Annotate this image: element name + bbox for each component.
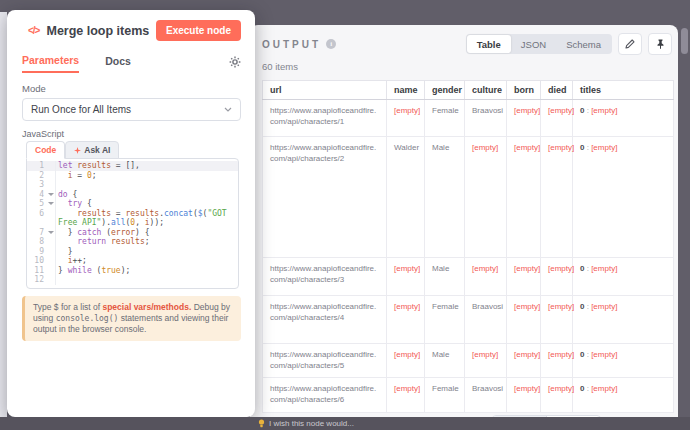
code-line: 10 i++; bbox=[27, 256, 238, 266]
cell-born: [empty] bbox=[507, 100, 541, 137]
view-tab-json[interactable]: JSON bbox=[511, 35, 556, 53]
view-tab-table[interactable]: Table bbox=[467, 35, 511, 53]
cell-value: [empty] bbox=[514, 106, 540, 115]
cell-value: [empty] bbox=[514, 384, 540, 393]
code-line: 7 } catch (error) { bbox=[27, 228, 238, 238]
mode-select-value: Run Once for All Items bbox=[31, 104, 131, 115]
code-token: error bbox=[111, 228, 135, 237]
cell-gender: Female bbox=[425, 296, 465, 344]
column-header-culture: culture bbox=[465, 81, 507, 100]
output-header: OUTPUT i TableJSONSchema bbox=[262, 33, 672, 55]
feedback-text: I wish this node would... bbox=[269, 419, 354, 428]
code-text: return results; bbox=[55, 237, 238, 247]
cell-value: [empty] bbox=[514, 350, 540, 359]
chevron-down-icon bbox=[224, 107, 232, 112]
tab-docs[interactable]: Docs bbox=[105, 55, 131, 72]
cell-died: [empty] bbox=[541, 137, 573, 258]
view-tab-schema[interactable]: Schema bbox=[556, 35, 611, 53]
code-line: 12 bbox=[27, 275, 238, 285]
table-header-row: urlnamegendercultureborndiedtitles bbox=[263, 81, 674, 100]
tab-code[interactable]: Code bbox=[26, 141, 65, 159]
cell-value: [empty] bbox=[472, 143, 498, 152]
line-number: 10 bbox=[27, 256, 47, 266]
cell-value: https://www.anapioficeandfire.com/api/ch… bbox=[270, 143, 376, 163]
cell-name: [empty] bbox=[387, 100, 425, 137]
code-line: 1let results = [], bbox=[27, 161, 238, 171]
cell-died: [empty] bbox=[541, 344, 573, 378]
edit-output-button[interactable] bbox=[618, 33, 642, 55]
fold-chevron-icon[interactable] bbox=[47, 228, 55, 238]
cell-url: https://www.anapioficeandfire.com/api/ch… bbox=[263, 100, 387, 137]
cell-value: [empty] bbox=[548, 302, 574, 311]
code-token: do bbox=[58, 190, 68, 199]
code-text bbox=[55, 180, 238, 190]
sparkle-icon bbox=[74, 147, 81, 154]
cell-value: https://www.anapioficeandfire.com/api/ch… bbox=[270, 350, 376, 370]
fold-gutter bbox=[47, 171, 55, 181]
node-title: Merge loop items bbox=[46, 24, 156, 38]
mode-select[interactable]: Run Once for All Items bbox=[22, 98, 241, 121]
cell-value: Braavosi bbox=[472, 302, 503, 311]
code-token: { bbox=[68, 190, 78, 199]
table-row: https://www.anapioficeandfire.com/api/ch… bbox=[263, 378, 674, 413]
code-token bbox=[58, 171, 68, 180]
special-vars-link[interactable]: special vars/methods. bbox=[102, 302, 191, 312]
cell-name: [empty] bbox=[387, 378, 425, 413]
code-token: ( bbox=[92, 266, 102, 275]
info-icon[interactable]: i bbox=[326, 39, 336, 49]
mode-label: Mode bbox=[22, 83, 241, 94]
table-row: https://www.anapioficeandfire.com/api/ch… bbox=[263, 344, 674, 378]
fold-chevron-icon[interactable] bbox=[47, 199, 55, 209]
code-token: ); bbox=[121, 266, 131, 275]
cell-value: Female bbox=[432, 302, 459, 311]
code-node-icon: </> bbox=[28, 25, 39, 36]
view-mode-switcher: TableJSONSchema bbox=[466, 34, 612, 54]
pin-icon bbox=[656, 39, 665, 49]
cell-value: https://www.anapioficeandfire.com/api/ch… bbox=[270, 264, 376, 284]
tab-parameters[interactable]: Parameters bbox=[22, 54, 79, 73]
fold-gutter bbox=[47, 247, 55, 257]
cell-value: Male bbox=[432, 350, 449, 359]
cell-titles: 0 : [empty] bbox=[573, 344, 674, 378]
cell-value: Female bbox=[432, 106, 459, 115]
code-token: let bbox=[58, 161, 77, 170]
code-text: i++; bbox=[55, 256, 238, 266]
panel-scrollbar[interactable] bbox=[681, 28, 688, 54]
code-text: } while (true); bbox=[55, 266, 238, 276]
cell-born: [empty] bbox=[507, 378, 541, 413]
fold-chevron-icon[interactable] bbox=[47, 190, 55, 200]
code-token: )); bbox=[150, 218, 164, 227]
cell-gender: Male bbox=[425, 258, 465, 296]
gear-icon[interactable] bbox=[229, 56, 241, 68]
line-number: 5 bbox=[27, 199, 47, 209]
execute-node-button[interactable]: Execute node bbox=[156, 20, 241, 41]
column-header-titles: titles bbox=[573, 81, 674, 100]
code-token: results bbox=[111, 237, 145, 246]
cell-url: https://www.anapioficeandfire.com/api/ch… bbox=[263, 378, 387, 413]
cell-name: [empty] bbox=[387, 344, 425, 378]
code-token: = bbox=[111, 161, 125, 170]
code-text: try { bbox=[55, 199, 238, 209]
feedback-bar: I wish this node would... bbox=[0, 417, 690, 430]
column-header-died: died bbox=[541, 81, 573, 100]
table-row: https://www.anapioficeandfire.com/api/ch… bbox=[263, 296, 674, 344]
cell-value: Male bbox=[432, 143, 449, 152]
cell-value: [empty] bbox=[591, 302, 617, 311]
line-number: 6 bbox=[27, 209, 47, 228]
lightbulb-icon bbox=[258, 419, 265, 428]
code-token bbox=[58, 209, 77, 218]
code-token: ; bbox=[145, 237, 150, 246]
line-number: 4 bbox=[27, 190, 47, 200]
items-count: 60 items bbox=[262, 61, 672, 72]
code-editor[interactable]: 1let results = [],2 i = 0;34do {5 try {6… bbox=[26, 158, 239, 289]
pin-data-button[interactable] bbox=[648, 33, 672, 55]
node-feedback-link[interactable]: I wish this node would... bbox=[258, 419, 354, 428]
code-line: 3 bbox=[27, 180, 238, 190]
cell-culture: [empty] bbox=[465, 137, 507, 258]
tab-ask-ai[interactable]: Ask AI bbox=[65, 141, 119, 159]
cell-gender: Female bbox=[425, 100, 465, 137]
code-token: = bbox=[111, 209, 125, 218]
cell-culture: [empty] bbox=[465, 258, 507, 296]
code-token: try bbox=[68, 199, 82, 208]
cell-value: [empty] bbox=[548, 106, 574, 115]
